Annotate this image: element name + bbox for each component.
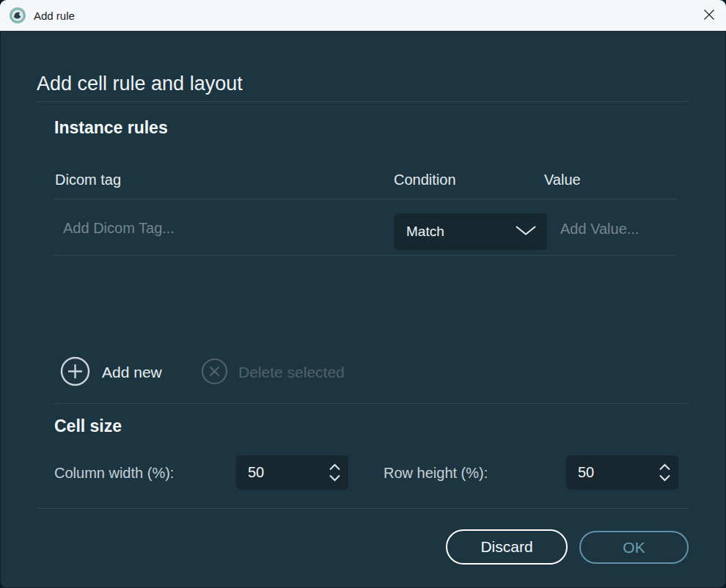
- spin-down-button[interactable]: [329, 474, 341, 482]
- condition-dropdown-value: Match: [406, 224, 515, 240]
- spin-down-button[interactable]: [659, 474, 671, 482]
- divider: [54, 255, 676, 256]
- chevron-down-icon: [659, 473, 671, 484]
- spin-up-button[interactable]: [659, 463, 671, 471]
- divider: [54, 403, 689, 404]
- cell-size-title: Cell size: [54, 416, 122, 436]
- instance-rules-title: Instance rules: [54, 118, 168, 138]
- x-circle-icon: [201, 358, 228, 387]
- column-width-spinner: [236, 455, 348, 490]
- app-logo-icon: [9, 7, 26, 24]
- add-new-button[interactable]: Add new: [60, 356, 162, 389]
- discard-button[interactable]: Discard: [446, 529, 568, 565]
- divider: [37, 508, 689, 509]
- chevron-up-icon: [329, 462, 341, 473]
- delete-selected-label: Delete selected: [238, 364, 345, 381]
- row-height-input[interactable]: [576, 463, 659, 482]
- window-title: Add rule: [34, 10, 75, 22]
- chevron-up-icon: [659, 462, 671, 473]
- dialog-heading: Add cell rule and layout: [37, 73, 243, 95]
- value-input[interactable]: [559, 213, 672, 244]
- chevron-down-icon: [329, 473, 341, 484]
- delete-selected-button[interactable]: Delete selected: [201, 358, 345, 387]
- condition-dropdown[interactable]: Match: [394, 213, 547, 250]
- spin-up-button[interactable]: [329, 463, 341, 471]
- column-width-input[interactable]: [246, 463, 329, 482]
- chevron-down-icon: [515, 224, 537, 239]
- add-rule-dialog: Add rule Add cell rule and layout Instan…: [0, 0, 726, 588]
- dicom-tag-input[interactable]: [62, 213, 343, 243]
- ok-button[interactable]: OK: [579, 531, 689, 564]
- plus-circle-icon: [60, 356, 90, 389]
- close-button[interactable]: [692, 0, 726, 31]
- divider: [37, 101, 689, 102]
- divider: [54, 199, 676, 199]
- column-header-condition: Condition: [394, 172, 456, 188]
- row-height-spinner: [566, 455, 678, 490]
- row-height-label: Row height (%):: [384, 465, 488, 482]
- add-new-label: Add new: [102, 364, 162, 381]
- column-width-label: Column width (%):: [54, 465, 174, 482]
- dialog-body: Add cell rule and layout Instance rules …: [0, 31, 726, 588]
- close-icon: [703, 9, 715, 23]
- column-header-dicom-tag: Dicom tag: [55, 172, 121, 188]
- column-header-value: Value: [544, 172, 581, 188]
- title-bar[interactable]: Add rule: [0, 0, 726, 31]
